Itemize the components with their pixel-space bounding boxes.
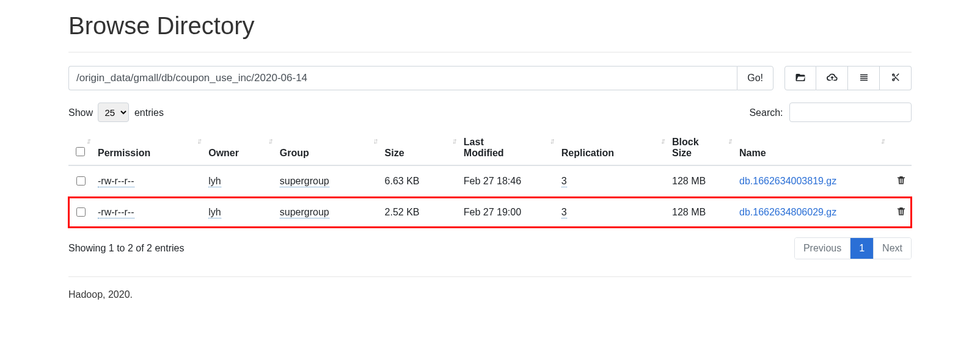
replication-value[interactable]: 3 <box>561 207 567 218</box>
sort-icon[interactable]: ↓↑ <box>880 137 883 145</box>
list-icon <box>858 72 869 85</box>
group-value[interactable]: supergroup <box>280 207 329 218</box>
cut-button[interactable] <box>880 66 912 90</box>
col-block-size[interactable]: BlockSize↓↑ <box>667 131 734 165</box>
col-block-size-label: BlockSize <box>672 137 699 158</box>
row-checkbox[interactable] <box>76 176 86 186</box>
sort-icon[interactable]: ↓↑ <box>373 137 376 145</box>
col-size-label: Size <box>385 148 404 158</box>
show-label-post: entries <box>134 107 164 118</box>
folder-open-icon <box>795 72 806 85</box>
file-name-link[interactable]: db.1662634003819.gz <box>739 176 836 186</box>
upload-cloud-icon <box>827 72 838 85</box>
last-modified-value: Feb 27 18:46 <box>459 165 557 197</box>
col-permission-label: Permission <box>98 148 150 158</box>
search-label: Search: <box>749 107 783 118</box>
col-last-modified[interactable]: LastModified↓↑ <box>459 131 557 165</box>
owner-value[interactable]: lyh <box>208 207 221 218</box>
col-group[interactable]: Group↓↑ <box>275 131 380 165</box>
cut-icon <box>890 72 901 85</box>
table-row: -rw-r--r--lyhsupergroup6.63 KBFeb 27 18:… <box>68 165 912 197</box>
col-replication-label: Replication <box>561 148 614 158</box>
file-name-link[interactable]: db.1662634806029.gz <box>739 207 836 217</box>
list-view-button[interactable] <box>848 66 880 90</box>
sort-icon[interactable]: ↓↑ <box>197 137 200 145</box>
trash-icon[interactable] <box>896 177 907 187</box>
show-label-pre: Show <box>68 107 93 118</box>
sort-icon[interactable]: ↓↑ <box>728 137 731 145</box>
col-name[interactable]: Name↓↑ <box>734 131 887 165</box>
row-checkbox[interactable] <box>76 207 86 217</box>
block-size-value: 128 MB <box>667 197 734 228</box>
show-entries: Show 25 entries <box>68 103 164 122</box>
upload-button[interactable] <box>816 66 848 90</box>
page-1-button[interactable]: 1 <box>850 238 873 259</box>
go-button[interactable]: Go! <box>737 66 773 90</box>
block-size-value: 128 MB <box>667 165 734 197</box>
path-input[interactable] <box>68 66 737 90</box>
search-input[interactable] <box>789 103 912 122</box>
sort-icon[interactable]: ↓↑ <box>268 137 271 145</box>
col-checkbox[interactable]: ↓↑ <box>68 131 93 165</box>
sort-icon[interactable]: ↓↑ <box>452 137 455 145</box>
group-value[interactable]: supergroup <box>280 176 329 187</box>
next-button[interactable]: Next <box>873 238 911 259</box>
sort-icon[interactable]: ↓↑ <box>86 137 89 145</box>
permission-value[interactable]: -rw-r--r-- <box>98 176 134 187</box>
col-group-label: Group <box>280 148 309 158</box>
sort-icon[interactable]: ↓↑ <box>550 137 553 145</box>
permission-value[interactable]: -rw-r--r-- <box>98 207 134 218</box>
col-owner-label: Owner <box>208 148 239 158</box>
col-owner[interactable]: Owner↓↑ <box>203 131 275 165</box>
footer-divider <box>68 276 912 277</box>
col-replication[interactable]: Replication↓↑ <box>557 131 667 165</box>
page-title: Browse Directory <box>68 12 912 40</box>
col-permission[interactable]: Permission↓↑ <box>93 131 203 165</box>
prev-button[interactable]: Previous <box>795 238 850 259</box>
last-modified-value: Feb 27 19:00 <box>459 197 557 228</box>
file-table: ↓↑Permission↓↑Owner↓↑Group↓↑Size↓↑LastMo… <box>68 131 912 228</box>
entries-select[interactable]: 25 <box>98 103 129 122</box>
table-info: Showing 1 to 2 of 2 entries <box>68 243 184 254</box>
footer-text: Hadoop, 2020. <box>68 289 912 300</box>
sort-icon[interactable]: ↓↑ <box>660 137 664 145</box>
divider <box>68 52 912 52</box>
table-row: -rw-r--r--lyhsupergroup2.52 KBFeb 27 19:… <box>68 197 912 228</box>
size-value: 6.63 KB <box>380 165 459 197</box>
select-all-checkbox[interactable] <box>76 147 85 156</box>
pagination: Previous 1 Next <box>794 237 912 259</box>
col-name-label: Name <box>739 148 766 158</box>
size-value: 2.52 KB <box>380 197 459 228</box>
trash-icon[interactable] <box>896 208 907 218</box>
owner-value[interactable]: lyh <box>208 176 221 187</box>
replication-value[interactable]: 3 <box>561 176 567 187</box>
new-folder-button[interactable] <box>784 66 816 90</box>
col-last-modified-label: LastModified <box>464 137 504 158</box>
col-size[interactable]: Size↓↑ <box>380 131 459 165</box>
